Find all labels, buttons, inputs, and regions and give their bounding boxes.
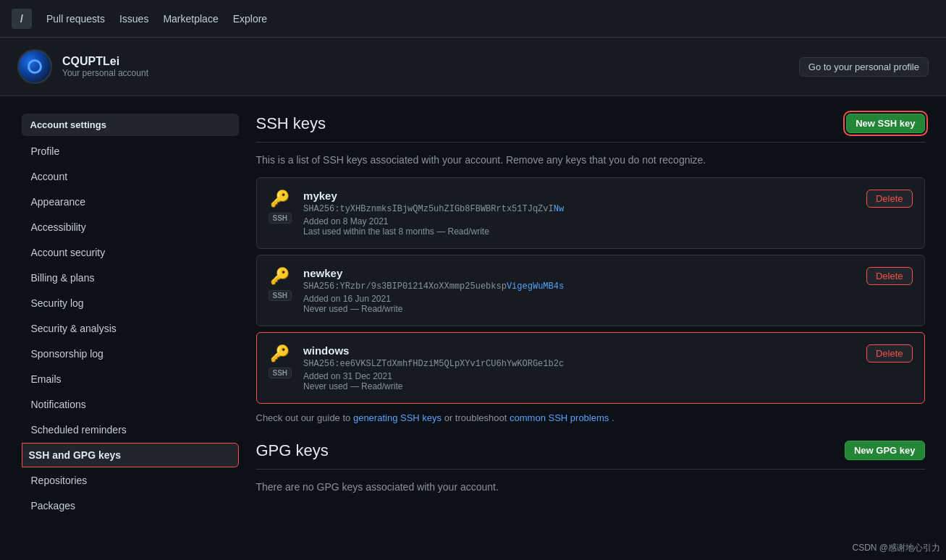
sidebar-item-appearance[interactable]: Appearance — [22, 190, 239, 214]
new-ssh-key-button[interactable]: New SSH key — [846, 114, 924, 133]
ssh-footer-note: Check out our guide to generating SSH ke… — [256, 412, 925, 423]
key-lastused-newkey: Never used — Read/write — [303, 304, 855, 314]
key-lastused-windows: Never used — Read/write — [303, 381, 855, 391]
sidebar: Account settings Profile Account Appeara… — [22, 114, 239, 519]
ssh-keys-section: SSH keys New SSH key This is a list of S… — [256, 114, 925, 423]
key-badge-mykey: SSH — [269, 213, 292, 224]
main-content: SSH keys New SSH key This is a list of S… — [256, 114, 925, 519]
ssh-key-card-mykey: 🔑 SSH mykey SHA256:tyXHBznmksIBjwQMz5uhZ… — [256, 177, 925, 249]
generating-ssh-keys-link[interactable]: generating SSH keys — [353, 412, 442, 423]
ssh-key-card-newkey: 🔑 SSH newkey SHA256:YRzbr/9s3BIP01214XoX… — [256, 255, 925, 326]
gpg-empty-message: There are no GPG keys associated with yo… — [256, 481, 925, 493]
key-info-windows: windows SHA256:ee6VKSLZTdXmhfHDziM5QLpXY… — [303, 344, 855, 391]
delete-button-mykey[interactable]: Delete — [866, 190, 913, 208]
key-name-newkey: newkey — [303, 267, 855, 279]
key-icon-wrap-mykey: 🔑 SSH — [269, 190, 292, 224]
gpg-keys-section: GPG keys New GPG key There are no GPG ke… — [256, 441, 925, 493]
gpg-title-row: GPG keys New GPG key — [256, 441, 925, 470]
key-sha-newkey: SHA256:YRzbr/9s3BIP01214XoXXmmp25uebkspV… — [303, 281, 855, 292]
nav-pull-requests[interactable]: Pull requests — [46, 10, 105, 27]
key-icon-newkey: 🔑 — [270, 267, 290, 286]
sidebar-item-security-analysis[interactable]: Security & analysis — [22, 316, 239, 341]
profile-name: CQUPTLei — [62, 55, 148, 68]
ssh-title-row: SSH keys New SSH key — [256, 114, 925, 143]
common-ssh-problems-link[interactable]: common SSH problems — [510, 412, 609, 423]
sidebar-item-account-security[interactable]: Account security — [22, 240, 239, 265]
sidebar-item-billing[interactable]: Billing & plans — [22, 266, 239, 290]
top-navigation: / Pull requests Issues Marketplace Explo… — [0, 0, 946, 38]
key-added-newkey: Added on 16 Jun 2021 — [303, 294, 855, 304]
sidebar-item-profile[interactable]: Profile — [22, 139, 239, 164]
main-layout: Account settings Profile Account Appeara… — [10, 96, 937, 536]
profile-text: CQUPTLei Your personal account — [62, 55, 148, 78]
go-to-profile-button[interactable]: Go to your personal profile — [799, 57, 929, 77]
key-name-mykey: mykey — [303, 190, 855, 202]
key-info-mykey: mykey SHA256:tyXHBznmksIBjwQMz5uhZIGb8FB… — [303, 190, 855, 237]
ssh-description: This is a list of SSH keys associated wi… — [256, 154, 925, 166]
sidebar-item-security-log[interactable]: Security log — [22, 291, 239, 315]
sidebar-item-accessibility[interactable]: Accessibility — [22, 215, 239, 239]
avatar-ring — [28, 59, 42, 74]
nav-explore[interactable]: Explore — [233, 10, 267, 27]
sidebar-item-emails[interactable]: Emails — [22, 367, 239, 391]
key-icon-mykey: 🔑 — [270, 190, 290, 208]
sidebar-item-repositories[interactable]: Repositories — [22, 468, 239, 493]
key-icon-windows: 🔑 — [270, 344, 290, 363]
gpg-section-title: GPG keys — [256, 441, 329, 460]
sidebar-item-account[interactable]: Account — [22, 164, 239, 189]
logo[interactable]: / — [12, 9, 32, 29]
avatar — [17, 49, 52, 84]
sidebar-nav: Profile Account Appearance Accessibility… — [22, 139, 239, 518]
sidebar-item-ssh-gpg-keys[interactable]: SSH and GPG keys — [22, 443, 239, 467]
key-added-windows: Added on 31 Dec 2021 — [303, 371, 855, 381]
profile-subtitle: Your personal account — [62, 68, 148, 78]
nav-marketplace[interactable]: Marketplace — [163, 10, 218, 27]
key-info-newkey: newkey SHA256:YRzbr/9s3BIP01214XoXXmmp25… — [303, 267, 855, 314]
key-sha-windows: SHA256:ee6VKSLZTdXmhfHDziM5QLpXYv1rCU6hY… — [303, 359, 855, 369]
ssh-section-title: SSH keys — [256, 114, 326, 133]
profile-header: CQUPTLei Your personal account Go to you… — [0, 38, 946, 96]
key-lastused-mykey: Last used within the last 8 months — Rea… — [303, 226, 855, 237]
key-badge-newkey: SSH — [269, 290, 292, 301]
key-added-mykey: Added on 8 May 2021 — [303, 216, 855, 226]
sidebar-item-notifications[interactable]: Notifications — [22, 392, 239, 417]
key-badge-windows: SSH — [269, 368, 292, 378]
key-name-windows: windows — [303, 344, 855, 357]
key-icon-wrap-windows: 🔑 SSH — [269, 344, 292, 378]
new-gpg-key-button[interactable]: New GPG key — [845, 441, 925, 460]
sidebar-item-sponsorship-log[interactable]: Sponsorship log — [22, 341, 239, 366]
sidebar-item-packages[interactable]: Packages — [22, 493, 239, 518]
key-sha-mykey: SHA256:tyXHBznmksIBjwQMz5uhZIGb8FBWBRrtx… — [303, 204, 855, 214]
delete-button-windows[interactable]: Delete — [866, 344, 913, 362]
key-icon-wrap-newkey: 🔑 SSH — [269, 267, 292, 301]
ssh-key-card-windows: 🔑 SSH windows SHA256:ee6VKSLZTdXmhfHDziM… — [256, 332, 925, 404]
delete-button-newkey[interactable]: Delete — [866, 267, 913, 285]
sidebar-item-scheduled-reminders[interactable]: Scheduled reminders — [22, 417, 239, 442]
profile-info: CQUPTLei Your personal account — [17, 49, 148, 84]
nav-issues[interactable]: Issues — [119, 10, 148, 27]
sidebar-section-title: Account settings — [22, 114, 239, 136]
